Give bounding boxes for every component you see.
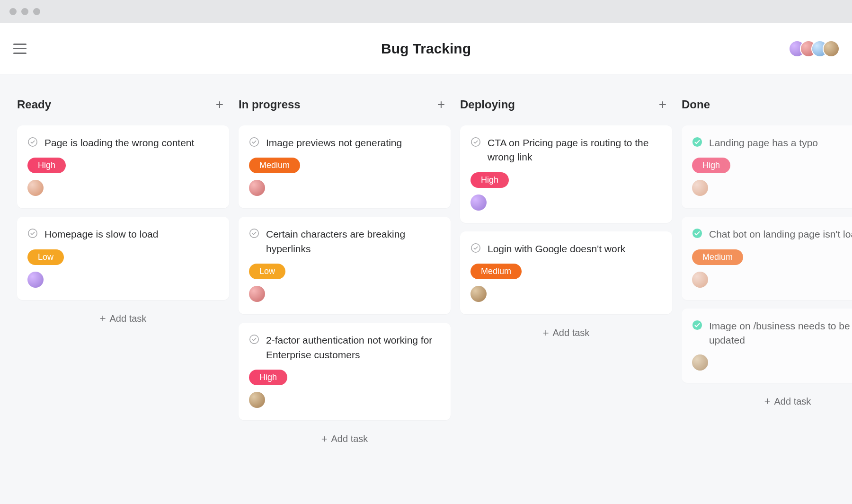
menu-icon[interactable] xyxy=(13,44,27,54)
page-title: Bug Tracking xyxy=(381,41,471,57)
task-title: Login with Google doesn't work xyxy=(488,242,625,256)
task-title: Certain characters are breaking hyperlin… xyxy=(266,227,438,256)
check-incomplete-icon[interactable] xyxy=(249,137,259,147)
check-incomplete-icon[interactable] xyxy=(27,228,38,239)
priority-tag: Medium xyxy=(470,264,522,279)
task-card[interactable]: Chat bot on landing page isn't loadingMe… xyxy=(682,217,852,300)
svg-point-1 xyxy=(28,229,37,238)
add-task-button[interactable]: +Add task xyxy=(17,309,229,328)
check-complete-icon[interactable] xyxy=(692,228,702,239)
task-title: CTA on Pricing page is routing to the wr… xyxy=(488,136,660,165)
svg-point-3 xyxy=(250,229,258,238)
task-card[interactable]: Page is loading the wrong contentHigh xyxy=(17,125,229,208)
column-cards: Landing page has a typoHighChat bot on l… xyxy=(682,125,852,383)
column-title: In progress xyxy=(239,98,301,111)
task-card[interactable]: CTA on Pricing page is routing to the wr… xyxy=(460,125,672,223)
priority-tag: Low xyxy=(249,264,285,279)
avatar[interactable] xyxy=(470,286,487,302)
check-incomplete-icon[interactable] xyxy=(470,243,481,253)
window-dot xyxy=(9,8,17,15)
assignee-row xyxy=(692,354,852,372)
task-card[interactable]: Certain characters are breaking hyperlin… xyxy=(239,217,451,314)
avatar[interactable] xyxy=(824,41,839,56)
add-card-button[interactable]: + xyxy=(657,99,668,110)
check-incomplete-icon[interactable] xyxy=(249,334,259,345)
avatar[interactable] xyxy=(27,272,44,288)
check-incomplete-icon[interactable] xyxy=(249,228,259,239)
avatar[interactable] xyxy=(249,180,265,196)
add-task-button[interactable]: +Add task xyxy=(239,430,451,448)
column-header: Deploying+ xyxy=(460,98,672,125)
assignee-row xyxy=(27,180,217,198)
check-complete-icon[interactable] xyxy=(692,320,702,330)
svg-point-6 xyxy=(471,244,480,252)
task-card[interactable]: Login with Google doesn't workMedium xyxy=(460,231,672,314)
priority-tag: Medium xyxy=(692,249,743,265)
plus-icon: + xyxy=(100,313,106,324)
priority-tag: Low xyxy=(27,249,64,265)
priority-tag: High xyxy=(692,158,730,173)
window-dot xyxy=(21,8,28,15)
check-complete-icon[interactable] xyxy=(692,137,702,147)
add-task-label: Add task xyxy=(774,396,811,407)
assignee-row xyxy=(692,272,852,290)
add-card-button[interactable]: + xyxy=(435,99,447,110)
assignee-row xyxy=(249,392,438,410)
plus-icon: + xyxy=(321,434,328,444)
task-title: Image on /business needs to be updated xyxy=(709,319,852,348)
svg-point-0 xyxy=(28,138,37,146)
add-card-button[interactable]: + xyxy=(214,99,225,110)
avatar[interactable] xyxy=(692,354,708,371)
task-card[interactable]: 2-factor authentication not working for … xyxy=(239,323,451,420)
task-title: 2-factor authentication not working for … xyxy=(266,333,438,362)
column-header: Ready+ xyxy=(17,98,229,125)
avatar[interactable] xyxy=(692,272,708,288)
check-incomplete-icon[interactable] xyxy=(27,137,38,147)
avatar[interactable] xyxy=(470,195,487,211)
board-column: Ready+Page is loading the wrong contentH… xyxy=(17,98,229,448)
avatar[interactable] xyxy=(249,286,265,302)
svg-point-2 xyxy=(250,138,258,146)
task-card[interactable]: Landing page has a typoHigh xyxy=(682,125,852,208)
add-task-label: Add task xyxy=(110,313,147,324)
avatar[interactable] xyxy=(27,180,44,196)
task-card[interactable]: Image previews not generatingMedium xyxy=(239,125,451,208)
add-task-label: Add task xyxy=(331,433,368,444)
task-title: Landing page has a typo xyxy=(709,136,818,150)
board-column: In progress+Image previews not generatin… xyxy=(239,98,451,448)
add-task-button[interactable]: +Add task xyxy=(682,392,852,411)
assignee-row xyxy=(470,286,660,304)
task-title: Page is loading the wrong content xyxy=(44,136,194,150)
priority-tag: High xyxy=(27,158,66,173)
priority-tag: Medium xyxy=(249,158,300,173)
priority-tag: High xyxy=(470,172,509,188)
column-header: In progress+ xyxy=(239,98,451,125)
task-card[interactable]: Image on /business needs to be updated xyxy=(682,309,852,383)
task-card[interactable]: Homepage is slow to loadLow xyxy=(17,217,229,300)
plus-icon: + xyxy=(543,328,549,338)
column-title: Done xyxy=(682,98,710,111)
column-title: Ready xyxy=(17,98,51,111)
column-header: Done⚡ xyxy=(682,98,852,125)
column-cards: Page is loading the wrong contentHighHom… xyxy=(17,125,229,300)
board-column: Deploying+CTA on Pricing page is routing… xyxy=(460,98,672,448)
avatar[interactable] xyxy=(249,392,265,408)
header-avatars[interactable] xyxy=(790,41,839,56)
check-incomplete-icon[interactable] xyxy=(470,137,481,147)
add-task-button[interactable]: +Add task xyxy=(460,324,672,342)
task-title: Image previews not generating xyxy=(266,136,402,150)
window-dot xyxy=(33,8,40,15)
avatar[interactable] xyxy=(692,180,708,196)
board-column: Done⚡Landing page has a typoHighChat bot… xyxy=(682,98,852,448)
assignee-row xyxy=(27,272,217,290)
assignee-row xyxy=(692,180,852,198)
svg-point-5 xyxy=(471,138,480,146)
add-task-label: Add task xyxy=(553,327,590,338)
kanban-board: Ready+Page is loading the wrong contentH… xyxy=(0,74,852,467)
column-cards: Image previews not generatingMediumCerta… xyxy=(239,125,451,420)
column-cards: CTA on Pricing page is routing to the wr… xyxy=(460,125,672,314)
plus-icon: + xyxy=(764,396,771,407)
window-titlebar xyxy=(0,0,852,23)
task-title: Homepage is slow to load xyxy=(44,227,158,241)
priority-tag: High xyxy=(249,370,287,385)
